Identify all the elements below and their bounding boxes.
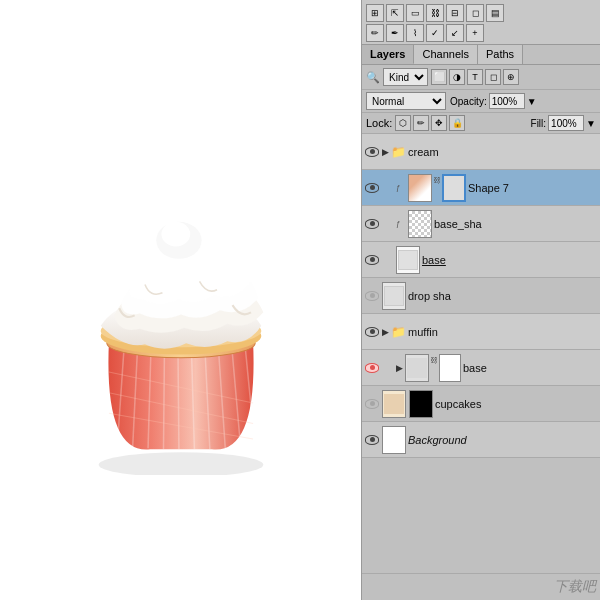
thumb-cupcakes-mask xyxy=(409,390,433,418)
eye-cupcakes-icon xyxy=(365,399,379,409)
layer-cream-group[interactable]: ▶ 📁 cream xyxy=(362,134,600,170)
shape-filter-icon[interactable]: ◻ xyxy=(485,69,501,85)
watermark-text: 下载吧 xyxy=(554,578,596,596)
thumb-pair-base2: ⛓ xyxy=(405,354,461,382)
thumb-drop-sha xyxy=(382,282,406,310)
toolbar-row-1: ⊞ ⇱ ▭ ⛓ ⊟ ◻ ▤ xyxy=(366,4,596,22)
link-base-sha: ƒ xyxy=(396,219,406,229)
tool-arrow[interactable]: ↙ xyxy=(446,24,464,42)
lock-all-icon[interactable]: 🔒 xyxy=(449,115,465,131)
fill-arrow[interactable]: ▼ xyxy=(586,118,596,129)
lock-icons: ⬡ ✏ ✥ 🔒 xyxy=(395,115,465,131)
group-cream-arrow[interactable]: ▶ xyxy=(382,147,389,157)
layer-muffin-group[interactable]: ▶ 📁 muffin xyxy=(362,314,600,350)
adjust-filter-icon[interactable]: ◑ xyxy=(449,69,465,85)
thumb-cupcakes xyxy=(382,390,406,418)
tool-check[interactable]: ✓ xyxy=(426,24,444,42)
thumb-base2-mask xyxy=(439,354,461,382)
layer-base2-name: base xyxy=(463,362,598,374)
fill-group: Fill: ▼ xyxy=(531,115,596,131)
tab-paths[interactable]: Paths xyxy=(478,45,523,64)
watermark-bar: 下载吧 xyxy=(362,573,600,600)
filter-row: 🔍 Kind ⬜ ◑ T ◻ ⊕ xyxy=(362,65,600,90)
layer-shape7[interactable]: ƒ ⛓ Shape 7 xyxy=(362,170,600,206)
tool-rect[interactable]: ▭ xyxy=(406,4,424,22)
opacity-label: Opacity: xyxy=(450,96,487,107)
eye-base-sha-icon xyxy=(365,219,379,229)
tool-path[interactable]: ⌇ xyxy=(406,24,424,42)
svg-point-0 xyxy=(98,452,263,475)
folder-muffin-icon: 📁 xyxy=(391,325,406,339)
eye-background-icon xyxy=(365,435,379,445)
layer-background[interactable]: Background xyxy=(362,422,600,458)
fill-label: Fill: xyxy=(531,118,547,129)
lock-label: Lock: xyxy=(366,117,392,129)
opacity-group: Opacity: ▼ xyxy=(450,93,537,109)
group-muffin-arrow[interactable]: ▶ xyxy=(382,327,389,337)
layer-base[interactable]: base xyxy=(362,242,600,278)
thumb-base xyxy=(396,246,420,274)
eye-base[interactable] xyxy=(364,252,380,268)
toolbar-row-2: ✏ ✒ ⌇ ✓ ↙ + xyxy=(366,24,596,42)
thumb-shape7-mask xyxy=(442,174,466,202)
layer-drop-sha[interactable]: drop sha xyxy=(362,278,600,314)
tool-pen1[interactable]: ✏ xyxy=(366,24,384,42)
link-shape7: ƒ xyxy=(396,183,406,193)
cupcake-illustration xyxy=(21,125,341,475)
layer-base2[interactable]: ▶ ⛓ base xyxy=(362,350,600,386)
opacity-arrow[interactable]: ▼ xyxy=(527,96,537,107)
fill-input[interactable] xyxy=(548,115,584,131)
opacity-input[interactable] xyxy=(489,93,525,109)
canvas-area xyxy=(0,0,362,600)
eye-cream-group[interactable] xyxy=(364,144,380,160)
layer-cream-name: cream xyxy=(408,146,598,158)
eye-muffin-group[interactable] xyxy=(364,324,380,340)
eye-base-sha[interactable] xyxy=(364,216,380,232)
layer-cupcakes[interactable]: cupcakes xyxy=(362,386,600,422)
tool-grid[interactable]: ⊞ xyxy=(366,4,384,22)
tool-box[interactable]: ◻ xyxy=(466,4,484,22)
eye-drop-sha-icon xyxy=(365,291,379,301)
layer-muffin-name: muffin xyxy=(408,326,598,338)
blend-mode-select[interactable]: Normal xyxy=(366,92,446,110)
layers-list: ▶ 📁 cream ƒ ⛓ Shape 7 xyxy=(362,134,600,573)
folder-cream-icon: 📁 xyxy=(391,145,406,159)
kind-select[interactable]: Kind xyxy=(383,68,428,86)
tool-table[interactable]: ⊟ xyxy=(446,4,464,22)
eye-shape7-icon xyxy=(365,183,379,193)
lock-move-icon[interactable]: ✥ xyxy=(431,115,447,131)
eye-background[interactable] xyxy=(364,432,380,448)
layer-base-sha-name: base_sha xyxy=(434,218,598,230)
eye-shape7[interactable] xyxy=(364,180,380,196)
tab-channels[interactable]: Channels xyxy=(414,45,477,64)
tool-pen2[interactable]: ✒ xyxy=(386,24,404,42)
text-filter-icon[interactable]: T xyxy=(467,69,483,85)
svg-point-20 xyxy=(161,222,190,247)
thumb-base-sha xyxy=(408,210,432,238)
tab-layers[interactable]: Layers xyxy=(362,45,414,64)
filter-icons: ⬜ ◑ T ◻ ⊕ xyxy=(431,69,519,85)
blend-mode-row: Normal Opacity: ▼ xyxy=(362,90,600,113)
tool-plus[interactable]: + xyxy=(466,24,484,42)
layer-base-sha[interactable]: ƒ base_sha xyxy=(362,206,600,242)
panel-tabs: Layers Channels Paths xyxy=(362,45,600,65)
eye-base2-icon xyxy=(365,363,379,373)
group-base2-arrow[interactable]: ▶ xyxy=(396,363,403,373)
svg-line-5 xyxy=(177,343,178,449)
eye-muffin-group-icon xyxy=(365,327,379,337)
eye-cupcakes[interactable] xyxy=(364,396,380,412)
pixel-filter-icon[interactable]: ⬜ xyxy=(431,69,447,85)
chain-base2: ⛓ xyxy=(430,354,438,368)
layer-drop-sha-name: drop sha xyxy=(408,290,598,302)
eye-base2[interactable] xyxy=(364,360,380,376)
thumb-base2-main xyxy=(405,354,429,382)
eye-drop-sha[interactable] xyxy=(364,288,380,304)
smart-filter-icon[interactable]: ⊕ xyxy=(503,69,519,85)
thumb-background xyxy=(382,426,406,454)
tool-link[interactable]: ⛓ xyxy=(426,4,444,22)
lock-transparent-icon[interactable]: ⬡ xyxy=(395,115,411,131)
tool-paint[interactable]: ▤ xyxy=(486,4,504,22)
tool-scale[interactable]: ⇱ xyxy=(386,4,404,22)
toolbar-top: ⊞ ⇱ ▭ ⛓ ⊟ ◻ ▤ ✏ ✒ ⌇ ✓ ↙ + xyxy=(362,0,600,45)
lock-paint-icon[interactable]: ✏ xyxy=(413,115,429,131)
